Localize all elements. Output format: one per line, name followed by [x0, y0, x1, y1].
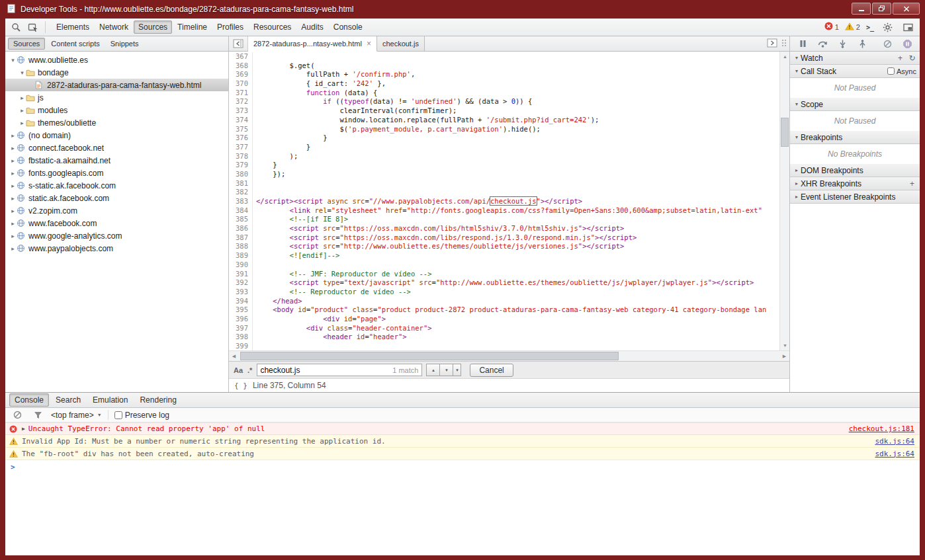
- tree-item-v2-zopim-com[interactable]: ▸v2.zopim.com: [5, 204, 228, 217]
- tree-item-js[interactable]: ▸js: [5, 91, 228, 104]
- tree-item-www-oubliette-es[interactable]: ▾www.oubliette.es: [5, 54, 228, 66]
- scroll-left-icon[interactable]: ◀: [229, 351, 239, 361]
- tree-item-s-static-ak-facebook-com[interactable]: ▸s-static.ak.facebook.com: [5, 179, 228, 192]
- editor-tab-2872-ataduras-p-ntasy-web-html[interactable]: 2872-ataduras-p...ntasy-web.html×: [248, 36, 377, 52]
- code-line[interactable]: 367: [229, 52, 779, 61]
- filter-icon[interactable]: [30, 409, 45, 422]
- line-number[interactable]: 388: [229, 242, 253, 251]
- pretty-print-icon[interactable]: { }: [234, 381, 247, 390]
- panel-tab-audits[interactable]: Audits: [296, 20, 328, 34]
- step-out-icon[interactable]: [855, 37, 869, 50]
- section-header-call-stack[interactable]: ▾Call StackAsync: [790, 65, 920, 78]
- section-header-breakpoints[interactable]: ▾Breakpoints: [790, 131, 920, 144]
- tree-item-2872-ataduras-para-cama-fantasy-web-html[interactable]: 2872-ataduras-para-cama-fantasy-web.html: [5, 79, 228, 91]
- console-tab-search[interactable]: Search: [50, 393, 86, 407]
- tree-item-www-google-analytics-com[interactable]: ▸www.google-analytics.com: [5, 229, 228, 242]
- code-line[interactable]: 399: [229, 342, 779, 350]
- tree-item-static-ak-facebook-com[interactable]: ▸static.ak.facebook.com: [5, 192, 228, 204]
- code-line[interactable]: 384 <link rel="stylesheet" href="http://…: [229, 206, 779, 216]
- tree-item-fonts-googleapis-com[interactable]: ▸fonts.googleapis.com: [5, 167, 228, 179]
- line-number[interactable]: 380: [229, 170, 253, 179]
- panel-tab-elements[interactable]: Elements: [52, 20, 94, 34]
- clear-console-icon[interactable]: [10, 409, 24, 422]
- pause-on-exceptions-icon[interactable]: [900, 37, 914, 50]
- code-line[interactable]: 371 function (data) {: [229, 89, 779, 98]
- line-number[interactable]: 386: [229, 224, 253, 233]
- message-source-link[interactable]: checkout.js:181: [836, 424, 914, 433]
- line-number[interactable]: 393: [229, 288, 253, 297]
- code-line[interactable]: 372 if ((typeof(data) != 'undefined') &&…: [229, 97, 779, 106]
- line-number[interactable]: 381: [229, 179, 253, 188]
- code-line[interactable]: 368 $.get(: [229, 61, 779, 71]
- preserve-log-checkbox[interactable]: [114, 411, 122, 419]
- pause-script-icon[interactable]: [795, 37, 810, 50]
- line-number[interactable]: 392: [229, 278, 253, 288]
- step-into-icon[interactable]: [835, 37, 850, 50]
- tree-item-www-facebook-com[interactable]: ▸www.facebook.com: [5, 217, 228, 229]
- async-checkbox[interactable]: [887, 67, 895, 75]
- preserve-log-option[interactable]: Preserve log: [114, 411, 169, 420]
- deactivate-breakpoints-icon[interactable]: [880, 37, 895, 50]
- tree-item-connect-facebook-net[interactable]: ▸connect.facebook.net: [5, 141, 228, 154]
- code-line[interactable]: 388 <script src="http://www.oubliette.es…: [229, 242, 779, 251]
- code-line[interactable]: 395 <body id="product" class="product pr…: [229, 305, 779, 315]
- panel-tab-sources[interactable]: Sources: [134, 20, 172, 34]
- frame-selector[interactable]: <top frame> ▼: [51, 411, 102, 420]
- tree-item-modules[interactable]: ▸modules: [5, 104, 228, 116]
- tree-item-themes-oubliette[interactable]: ▸themes/oubliette: [5, 116, 228, 129]
- expand-message-icon[interactable]: ▶: [22, 426, 25, 432]
- line-number[interactable]: 378: [229, 152, 253, 161]
- tree-item-fbstatic-a-akamaihd-net[interactable]: ▸fbstatic-a.akamaihd.net: [5, 154, 228, 167]
- line-number[interactable]: 370: [229, 79, 253, 89]
- line-number[interactable]: 387: [229, 233, 253, 243]
- next-match-button[interactable]: ▼: [439, 364, 453, 376]
- dock-side-icon[interactable]: [901, 20, 915, 34]
- scroll-up-icon[interactable]: ▲: [780, 52, 790, 61]
- code-line[interactable]: 381: [229, 179, 779, 188]
- line-number[interactable]: 371: [229, 89, 253, 98]
- code-line[interactable]: 387 <script src="https://oss.maxcdn.com/…: [229, 233, 779, 243]
- sidebar-tab-snippets[interactable]: Snippets: [106, 38, 144, 49]
- refresh-icon[interactable]: ↻: [908, 54, 916, 63]
- line-number[interactable]: 369: [229, 70, 253, 79]
- search-options-dropdown-icon[interactable]: ▾: [453, 364, 461, 376]
- code-line[interactable]: 379 }: [229, 161, 779, 170]
- tree-item-www-paypalobjects-com[interactable]: ▸www.paypalobjects.com: [5, 242, 228, 255]
- panel-tab-network[interactable]: Network: [95, 20, 133, 34]
- code-line[interactable]: 375 $('p.payment_module, p.cart_navigati…: [229, 125, 779, 134]
- panel-tab-profiles[interactable]: Profiles: [212, 20, 248, 34]
- cancel-search-button[interactable]: Cancel: [470, 364, 513, 377]
- console-tab-rendering[interactable]: Rendering: [134, 393, 181, 407]
- code-line[interactable]: 370 { id_cart: '242' },: [229, 79, 779, 89]
- section-header-event-listener-breakpoints[interactable]: ▸Event Listener Breakpoints: [790, 190, 920, 204]
- section-header-scope[interactable]: ▾Scope: [790, 98, 920, 111]
- line-number[interactable]: 373: [229, 106, 253, 116]
- vertical-scrollbar[interactable]: ▲ ▼: [779, 52, 789, 350]
- async-checkbox-label[interactable]: Async: [887, 67, 916, 75]
- horizontal-scroll-track[interactable]: [239, 351, 779, 361]
- code-line[interactable]: 390: [229, 260, 779, 270]
- message-source-link[interactable]: sdk.js:64: [861, 450, 914, 458]
- line-number[interactable]: 389: [229, 251, 253, 260]
- code-line[interactable]: 386 <script src="https://oss.maxcdn.com/…: [229, 224, 779, 233]
- line-number[interactable]: 368: [229, 61, 253, 71]
- code-line[interactable]: 392 <script type="text/javascript" src="…: [229, 278, 779, 288]
- add-icon[interactable]: +: [896, 54, 904, 63]
- code-line[interactable]: 374 window.location.replace(fullPath + '…: [229, 116, 779, 125]
- line-number[interactable]: 382: [229, 188, 253, 197]
- line-number[interactable]: 384: [229, 206, 253, 216]
- section-header-xhr-breakpoints[interactable]: ▸XHR Breakpoints+: [790, 177, 920, 190]
- line-number[interactable]: 377: [229, 143, 253, 152]
- line-number[interactable]: 399: [229, 342, 253, 350]
- code-line[interactable]: 382: [229, 188, 779, 197]
- line-number[interactable]: 395: [229, 305, 253, 315]
- settings-gear-icon[interactable]: [880, 20, 895, 34]
- code-line[interactable]: 396 <div id="page">: [229, 315, 779, 324]
- expand-panel-icon[interactable]: [767, 38, 777, 50]
- code-line[interactable]: 377 }: [229, 143, 779, 152]
- code-line[interactable]: 391 <!-- JMF: Reproductor de vídeo -->: [229, 270, 779, 279]
- error-badge[interactable]: 1: [824, 22, 839, 32]
- line-number[interactable]: 379: [229, 161, 253, 170]
- tree-item-no-domain[interactable]: ▸(no domain): [5, 129, 228, 141]
- line-number[interactable]: 391: [229, 270, 253, 279]
